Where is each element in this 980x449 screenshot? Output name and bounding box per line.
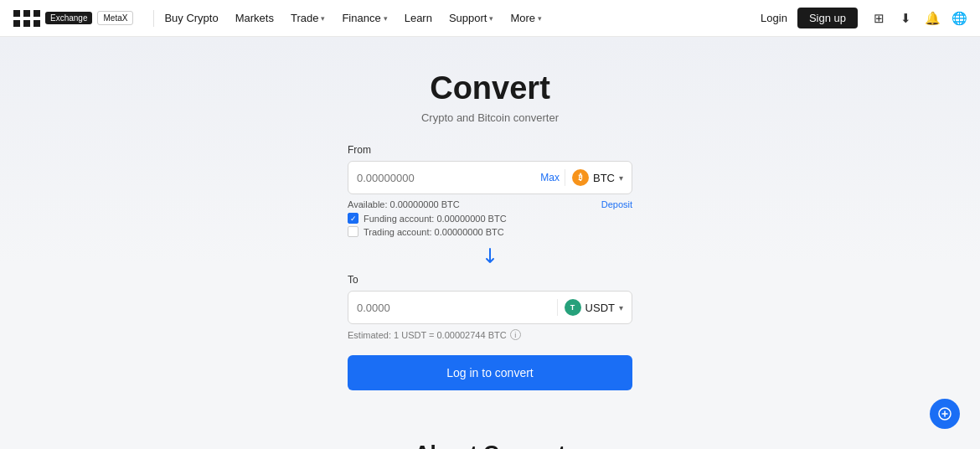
finance-chevron-icon: ▾ xyxy=(384,14,388,23)
nav-markets[interactable]: Markets xyxy=(235,12,274,24)
bell-icon[interactable]: 🔔 xyxy=(925,11,940,26)
available-row: Available: 0.00000000 BTC Deposit xyxy=(348,199,632,209)
login-button[interactable]: Login xyxy=(761,12,787,24)
deposit-link[interactable]: Deposit xyxy=(601,199,632,209)
funding-account-label: Funding account: 0.00000000 BTC xyxy=(364,214,507,224)
svg-rect-3 xyxy=(13,20,20,27)
nav-learn[interactable]: Learn xyxy=(405,12,432,24)
nav-links: Buy Crypto Markets Trade ▾ Finance ▾ Lea… xyxy=(164,12,761,24)
to-label: To xyxy=(348,274,632,286)
from-input-row: Max ₿ BTC ▾ xyxy=(348,161,632,194)
from-token-name: BTC xyxy=(593,172,615,184)
metax-badge[interactable]: MetaX xyxy=(97,11,133,25)
nav-right: Login Sign up ⊞ ⬇ 🔔 🌐 xyxy=(761,8,967,28)
download-icon[interactable]: ⬇ xyxy=(898,11,913,26)
main-content: Convert Crypto and Bitcoin converter Fro… xyxy=(0,37,980,415)
support-chevron-icon: ▾ xyxy=(489,14,493,23)
grid-icon[interactable]: ⊞ xyxy=(871,11,886,26)
swap-arrow-container xyxy=(348,245,632,266)
nav-trade[interactable]: Trade ▾ xyxy=(291,12,325,24)
page-title: Convert xyxy=(430,70,550,106)
svg-rect-1 xyxy=(23,10,30,17)
fab-button[interactable] xyxy=(930,399,960,429)
to-token-selector[interactable]: T USDT ▾ xyxy=(557,299,623,316)
from-label: From xyxy=(348,144,632,156)
funding-account-row: Funding account: 0.00000000 BTC xyxy=(348,213,632,224)
to-token-name: USDT xyxy=(585,302,615,314)
nav-more[interactable]: More ▾ xyxy=(510,12,542,24)
nav-divider xyxy=(153,10,154,27)
trade-chevron-icon: ▾ xyxy=(321,14,325,23)
globe-icon[interactable]: 🌐 xyxy=(952,11,967,26)
convert-card: From Max ₿ BTC ▾ Available: 0.00000000 B… xyxy=(348,144,632,390)
from-token-selector[interactable]: ₿ BTC ▾ xyxy=(565,169,623,186)
from-input[interactable] xyxy=(357,172,535,184)
logo-icon xyxy=(13,10,40,27)
svg-rect-2 xyxy=(34,10,40,17)
nav-support[interactable]: Support ▾ xyxy=(449,12,494,24)
estimated-row: Estimated: 1 USDT = 0.00002744 BTC i xyxy=(348,329,632,340)
funding-account-checkbox[interactable] xyxy=(348,213,358,224)
to-input-row: T USDT ▾ xyxy=(348,291,632,324)
to-token-chevron-icon: ▾ xyxy=(619,303,623,312)
nav-buy-crypto[interactable]: Buy Crypto xyxy=(164,12,218,24)
estimated-text: Estimated: 1 USDT = 0.00002744 BTC xyxy=(348,330,507,340)
info-icon[interactable]: i xyxy=(510,329,521,340)
to-input[interactable] xyxy=(357,302,552,314)
trading-account-checkbox[interactable] xyxy=(348,226,358,237)
convert-button[interactable]: Log in to convert xyxy=(348,355,632,390)
nav-finance[interactable]: Finance ▾ xyxy=(342,12,387,24)
svg-rect-5 xyxy=(34,20,40,27)
about-title: About Convert xyxy=(415,441,566,449)
svg-rect-4 xyxy=(23,20,30,27)
trading-account-label: Trading account: 0.00000000 BTC xyxy=(364,227,504,237)
max-button[interactable]: Max xyxy=(540,172,560,183)
signup-button[interactable]: Sign up xyxy=(797,8,858,28)
trading-account-row: Trading account: 0.00000000 BTC xyxy=(348,226,632,237)
available-text: Available: 0.00000000 BTC xyxy=(348,199,460,209)
about-section: About Convert 💱 ⚡ 🔄 xyxy=(0,415,980,449)
navbar: Exchange MetaX Buy Crypto Markets Trade … xyxy=(0,0,980,37)
page-subtitle: Crypto and Bitcoin converter xyxy=(421,111,559,124)
from-token-chevron-icon: ▾ xyxy=(619,173,623,183)
logo[interactable]: Exchange MetaX xyxy=(13,10,133,27)
nav-icons: ⊞ ⬇ 🔔 🌐 xyxy=(871,11,967,26)
more-chevron-icon: ▾ xyxy=(538,14,542,23)
btc-icon: ₿ xyxy=(572,169,589,186)
svg-rect-0 xyxy=(13,10,20,17)
swap-arrow-button[interactable] xyxy=(480,245,500,266)
usdt-icon: T xyxy=(565,299,581,316)
exchange-badge[interactable]: Exchange xyxy=(45,12,92,24)
